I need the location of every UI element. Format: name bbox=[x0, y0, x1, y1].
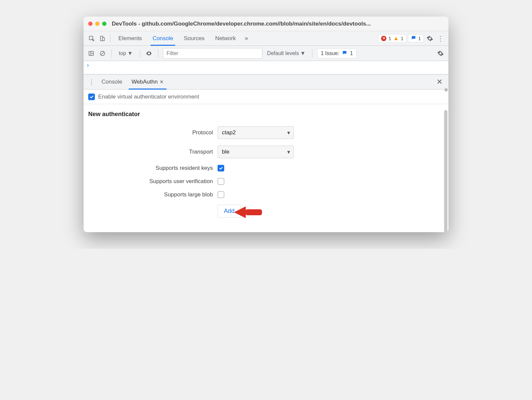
drawer-tab-console[interactable]: Console bbox=[98, 74, 126, 90]
divider bbox=[140, 49, 140, 57]
message-icon bbox=[342, 50, 347, 57]
add-row: Add bbox=[88, 205, 444, 218]
close-icon[interactable]: ✕ bbox=[160, 79, 164, 85]
chevron-down-icon: ▼ bbox=[300, 50, 305, 56]
tab-elements[interactable]: Elements bbox=[114, 31, 147, 46]
large-blob-row: Supports large blob bbox=[88, 191, 444, 198]
webauthn-panel: New authenticator Protocol ctap2 Transpo… bbox=[84, 104, 448, 232]
console-content: › bbox=[84, 61, 448, 74]
window-title: DevTools - github.com/GoogleChrome/devel… bbox=[112, 21, 371, 27]
titlebar: DevTools - github.com/GoogleChrome/devel… bbox=[84, 17, 448, 31]
enable-virtual-auth-row: Enable virtual authenticator environment bbox=[84, 90, 448, 104]
divider bbox=[312, 49, 312, 57]
svg-rect-2 bbox=[102, 37, 104, 41]
enable-label: Enable virtual authenticator environment bbox=[98, 94, 199, 100]
issues-label: 1 Issue: bbox=[321, 50, 339, 56]
context-selector[interactable]: top ▼ bbox=[116, 49, 135, 57]
main-tab-bar: Elements Console Sources Network » ✕ 1 ▲… bbox=[84, 31, 448, 46]
large-blob-checkbox[interactable] bbox=[218, 191, 224, 198]
user-verification-row: Supports user verification bbox=[88, 178, 444, 185]
user-verification-label: Supports user verification bbox=[88, 178, 218, 185]
level-label: Default levels bbox=[267, 50, 299, 56]
user-verification-checkbox[interactable] bbox=[218, 178, 224, 185]
warning-count: 1 bbox=[401, 35, 403, 41]
traffic-lights bbox=[88, 22, 106, 26]
eye-icon[interactable] bbox=[145, 49, 153, 58]
warning-icon: ▲ bbox=[393, 35, 399, 42]
resident-keys-row: Supports resident keys bbox=[88, 165, 444, 171]
transport-row: Transport ble bbox=[88, 146, 444, 158]
log-level-selector[interactable]: Default levels ▼ bbox=[265, 50, 307, 56]
inspect-icon[interactable] bbox=[87, 34, 96, 43]
large-blob-label: Supports large blob bbox=[88, 191, 218, 198]
window-minimize-button[interactable] bbox=[95, 22, 100, 26]
protocol-row: Protocol ctap2 bbox=[88, 126, 444, 139]
drawer-tab-label: WebAuthn bbox=[131, 79, 158, 85]
resident-keys-label: Supports resident keys bbox=[88, 165, 218, 171]
section-title: New authenticator bbox=[88, 111, 444, 118]
divider bbox=[110, 34, 110, 42]
error-count: 1 bbox=[388, 35, 391, 41]
console-filter-bar: top ▼ Default levels ▼ 1 Issue: 1 bbox=[84, 46, 448, 61]
window-close-button[interactable] bbox=[88, 22, 93, 26]
drawer-tab-webauthn[interactable]: WebAuthn ✕ bbox=[127, 74, 168, 90]
messages-badge[interactable]: 1 bbox=[408, 34, 424, 42]
devtools-window: DevTools - github.com/GoogleChrome/devel… bbox=[84, 17, 448, 232]
add-button[interactable]: Add bbox=[218, 205, 241, 218]
error-warning-badge[interactable]: ✕ 1 ▲ 1 bbox=[378, 34, 407, 43]
protocol-value: ctap2 bbox=[222, 129, 236, 136]
settings-icon[interactable] bbox=[425, 34, 434, 43]
filter-input[interactable] bbox=[163, 48, 262, 59]
sidebar-toggle-icon[interactable] bbox=[87, 49, 96, 58]
enable-virtual-auth-checkbox[interactable] bbox=[88, 94, 95, 100]
context-label: top bbox=[119, 50, 126, 56]
prompt-caret-icon: › bbox=[87, 62, 89, 69]
device-toggle-icon[interactable] bbox=[98, 34, 107, 43]
message-icon bbox=[411, 35, 416, 41]
clear-console-icon[interactable] bbox=[98, 49, 107, 58]
protocol-label: Protocol bbox=[88, 129, 218, 136]
issues-count: 1 bbox=[350, 50, 353, 56]
drawer-menu-icon[interactable]: ⋮ bbox=[87, 77, 96, 87]
error-icon: ✕ bbox=[381, 36, 386, 41]
tab-console[interactable]: Console bbox=[148, 31, 178, 46]
issues-badge[interactable]: 1 Issue: 1 bbox=[317, 48, 357, 58]
divider bbox=[111, 49, 112, 57]
more-tabs-icon[interactable]: » bbox=[242, 34, 251, 43]
tab-network[interactable]: Network bbox=[211, 31, 240, 46]
protocol-select[interactable]: ctap2 bbox=[218, 126, 294, 139]
divider bbox=[158, 49, 158, 57]
message-count: 1 bbox=[418, 35, 421, 41]
drawer-tab-bar: ⋮ Console WebAuthn ✕ ✕ bbox=[84, 74, 448, 90]
chevron-down-icon: ▼ bbox=[127, 50, 133, 56]
transport-value: ble bbox=[222, 149, 230, 155]
tab-sources[interactable]: Sources bbox=[179, 31, 209, 46]
window-zoom-button[interactable] bbox=[102, 22, 106, 26]
transport-select[interactable]: ble bbox=[218, 146, 294, 158]
transport-label: Transport bbox=[88, 149, 218, 155]
resident-keys-checkbox[interactable] bbox=[218, 165, 224, 171]
